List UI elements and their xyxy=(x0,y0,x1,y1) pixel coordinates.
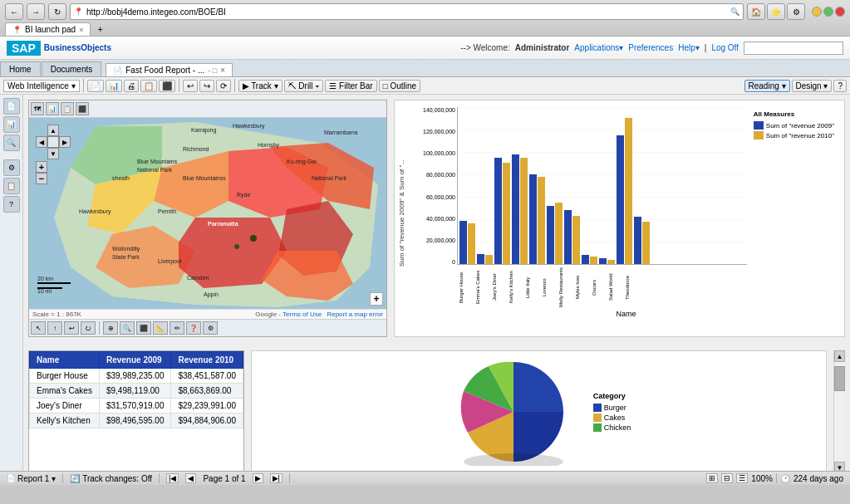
status-report-tab[interactable]: 📄 Report 1 ▾ xyxy=(7,474,56,483)
nav-left-btn[interactable]: ◀ xyxy=(36,136,47,148)
browser-tab-close[interactable]: × xyxy=(79,26,83,34)
status-track: 🔄 Track changes: Off xyxy=(70,474,152,483)
forward-button[interactable]: → xyxy=(27,3,45,20)
svg-text:10 mi: 10 mi xyxy=(37,288,52,294)
map-toolbar-btn4[interactable]: ⬛ xyxy=(76,102,89,115)
sidebar-icon-3[interactable]: 🔍 xyxy=(3,135,20,151)
toolbar-icon-3[interactable]: 🖨 xyxy=(124,80,139,92)
apps-link[interactable]: Applications▾ xyxy=(574,43,623,52)
zoom-in-btn[interactable]: + xyxy=(36,161,47,173)
undo-btn[interactable]: ↩ xyxy=(183,80,198,92)
tab-home[interactable]: Home xyxy=(0,61,41,76)
tools-btn[interactable]: ⚙ xyxy=(787,3,805,20)
toolbar-icon-5[interactable]: ⬛ xyxy=(159,80,175,92)
sidebar-icon-2[interactable]: 📊 xyxy=(3,116,20,133)
map-ctrl-8[interactable]: 📐 xyxy=(153,321,168,335)
reading-btn[interactable]: Reading ▾ xyxy=(744,80,790,92)
table-row: Emma's Cakes $9,498,119.00 $8,663,869.00 xyxy=(30,384,243,399)
map-ctrl-10[interactable]: ❓ xyxy=(186,321,201,335)
browser-tab-label: BI launch pad xyxy=(25,25,76,34)
track-btn[interactable]: ▶ Track ▾ xyxy=(238,80,283,92)
map-ctrl-7[interactable]: ⬛ xyxy=(136,321,151,335)
doc-tab-label: Fast Food Report - ... xyxy=(125,66,204,75)
toolbar-icon-4[interactable]: 📋 xyxy=(140,80,157,92)
zoom-out-btn[interactable]: − xyxy=(36,173,47,184)
map-ctrl-6[interactable]: 🔍 xyxy=(120,321,135,335)
svg-point-11 xyxy=(250,235,257,242)
svg-text:Ryde: Ryde xyxy=(237,192,250,198)
page-last-btn[interactable]: ▶| xyxy=(270,473,283,483)
filter-bar-btn[interactable]: ☰ Filter Bar xyxy=(325,80,376,92)
x-label-kellys: Kelly's Kitchen xyxy=(509,267,523,308)
map-expand-btn[interactable]: + xyxy=(370,292,383,306)
map-ctrl-2[interactable]: ↑ xyxy=(47,321,62,335)
sidebar-icon-4[interactable]: ⚙ xyxy=(3,159,20,176)
svg-text:Wollondilly: Wollondilly xyxy=(112,246,140,252)
toolbar-icon-2[interactable]: 📊 xyxy=(106,80,122,92)
col-rev2009: Revenue 2009 xyxy=(99,352,171,369)
drill-btn[interactable]: ⛏ Drill ▾ xyxy=(284,80,324,92)
redo-btn[interactable]: ↪ xyxy=(199,80,214,92)
cell-rev09-3: $31,570,919.00 xyxy=(99,399,171,413)
map-ctrl-11[interactable]: ⚙ xyxy=(203,321,218,335)
map-error-link[interactable]: Report a map error xyxy=(327,311,383,318)
scroll-up-btn[interactable]: ▲ xyxy=(834,350,845,362)
admin-name: Administrator xyxy=(515,43,570,52)
nav-up-btn[interactable]: ▲ xyxy=(47,125,59,136)
star-btn[interactable]: ⭐ xyxy=(767,3,785,20)
address-bar[interactable] xyxy=(86,7,730,17)
back-button[interactable]: ← xyxy=(5,3,23,20)
view-btn-3[interactable]: ☰ xyxy=(736,473,748,483)
map-ctrl-9[interactable]: ✏ xyxy=(170,321,184,335)
nav-empty-br xyxy=(59,148,71,159)
header-search[interactable] xyxy=(744,42,843,55)
close-btn[interactable] xyxy=(835,7,845,17)
web-intelligence-dropdown[interactable]: Web Intelligence ▾ xyxy=(3,80,80,92)
refresh-button[interactable]: ↻ xyxy=(48,3,66,20)
outline-btn[interactable]: □ Outline xyxy=(379,80,421,92)
track-icon: 🔄 xyxy=(70,474,80,483)
nav-empty-tl xyxy=(36,125,47,136)
nav-center xyxy=(47,136,59,148)
maximize-btn[interactable] xyxy=(823,7,833,17)
refresh-data-btn[interactable]: ⟳ xyxy=(216,80,231,92)
scroll-down-btn[interactable]: ▼ xyxy=(834,462,845,471)
sidebar-icon-5[interactable]: 📋 xyxy=(3,178,20,194)
bar-group-little xyxy=(529,174,545,264)
help-link[interactable]: Help▾ xyxy=(678,43,700,52)
prefs-link[interactable]: Preferences xyxy=(628,43,673,52)
map-toolbar-btn1[interactable]: 🗺 xyxy=(31,102,44,115)
browser-tab-bilaunchpad[interactable]: 📍 BI launch pad × xyxy=(5,22,91,36)
bar-group-salad xyxy=(617,118,632,264)
minimize-btn[interactable] xyxy=(812,7,822,17)
new-tab-btn[interactable]: + xyxy=(92,22,107,36)
map-ctrl-3[interactable]: ↩ xyxy=(64,321,79,335)
home-icon-btn[interactable]: 🏠 xyxy=(747,3,765,20)
terms-link[interactable]: Terms of Use xyxy=(283,311,322,318)
map-toolbar-btn2[interactable]: 📊 xyxy=(46,102,59,115)
map-toolbar-btn3[interactable]: 📋 xyxy=(61,102,74,115)
page-prev-btn[interactable]: |◀ xyxy=(166,473,179,483)
map-ctrl-1[interactable]: ↖ xyxy=(31,321,46,335)
svg-text:Camden: Camden xyxy=(187,275,209,281)
doc-tab-close[interactable]: × xyxy=(220,66,225,75)
page-next-btn[interactable]: ▶ xyxy=(253,473,263,483)
tab-documents[interactable]: Documents xyxy=(42,61,102,76)
y-label-7: 0 xyxy=(411,259,455,265)
doc-tab-fastfood[interactable]: 📄 Fast Food Report - ... - □ × xyxy=(106,63,233,76)
sidebar-icon-1[interactable]: 📄 xyxy=(3,98,20,115)
svg-text:Blue Mountains: Blue Mountains xyxy=(137,159,178,164)
logout-link[interactable]: Log Off xyxy=(711,43,739,52)
nav-right-btn[interactable]: ▶ xyxy=(59,136,71,148)
map-ctrl-5[interactable]: ⊕ xyxy=(103,321,118,335)
toolbar-icon-1[interactable]: 📄 xyxy=(87,80,104,92)
view-btn-1[interactable]: ⊞ xyxy=(706,473,718,483)
page-back-btn[interactable]: ◀ xyxy=(185,473,196,483)
map-ctrl-4[interactable]: ⭮ xyxy=(81,321,96,335)
nav-down-btn[interactable]: ▼ xyxy=(47,148,59,159)
cell-rev10-1: $38,451,587.00 xyxy=(171,369,243,384)
design-btn[interactable]: Design ▾ xyxy=(792,80,833,92)
help-btn[interactable]: ? xyxy=(833,80,847,92)
sidebar-icon-6[interactable]: ? xyxy=(3,196,20,213)
view-btn-2[interactable]: ⊟ xyxy=(721,473,733,483)
